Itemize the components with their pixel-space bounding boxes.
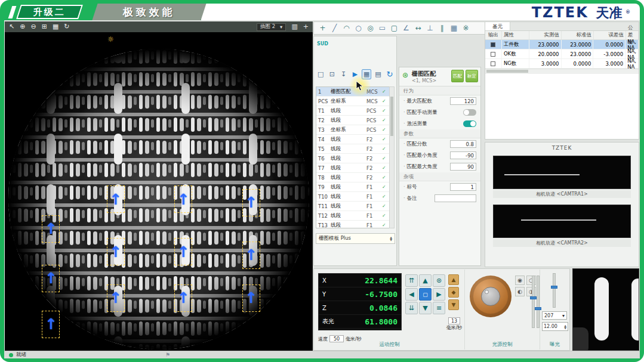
report-icon[interactable]: ▤ xyxy=(373,69,383,79)
measure-row[interactable]: T4线段F2✓ xyxy=(316,135,389,144)
measure-row[interactable]: T11线段F1✓ xyxy=(316,202,389,211)
angle-tool-icon[interactable]: ∠ xyxy=(402,24,411,32)
jog-right-button[interactable]: ▶ xyxy=(433,288,445,301)
measure-row[interactable]: T8线段F2✓ xyxy=(316,173,389,182)
measure-row[interactable]: T5线段F2✓ xyxy=(316,144,389,154)
refresh-view-icon[interactable]: ↻ xyxy=(64,21,69,32)
status-dot-icon xyxy=(9,353,13,357)
calibrate-button[interactable]: 标定 xyxy=(466,70,478,82)
jog-wheel-handle[interactable] xyxy=(485,290,489,294)
jog-down-button[interactable]: ▼ xyxy=(419,302,432,314)
measure-row[interactable]: T7线段F2✓ xyxy=(316,163,389,173)
rectangle-tool-icon[interactable]: ▭ xyxy=(378,24,387,32)
measure-row[interactable]: T13线段F1✓ xyxy=(316,221,389,228)
measure-row[interactable]: T12线段F1✓ xyxy=(316,211,389,221)
jog-up-fast-button[interactable]: ⇈ xyxy=(405,274,418,287)
slider-thumb[interactable] xyxy=(530,296,537,299)
match-annotation: ↑ xyxy=(42,215,60,243)
exposure-spinner[interactable]: 12.00 ▲▼ xyxy=(542,322,568,331)
property-row: 最大匹配数120 xyxy=(399,95,480,107)
jog-up-button[interactable]: ▲ xyxy=(419,274,432,287)
slider-thumb[interactable] xyxy=(551,286,557,289)
pattern-match-tool-icon[interactable]: ▦ xyxy=(449,24,458,32)
jog-speed-button[interactable]: ≡ xyxy=(433,302,445,314)
max-match-count-input[interactable]: 120 xyxy=(450,97,476,105)
aux-up-button[interactable]: ▲ xyxy=(448,274,459,285)
add-measure-icon[interactable]: □ xyxy=(316,69,325,79)
aux-mid-button[interactable]: ◆ xyxy=(448,287,459,298)
manual-measure-toggle[interactable] xyxy=(463,109,476,116)
table-row[interactable]: 工件数23.000023.00000.0000NA, NA xyxy=(485,40,639,49)
point-tool-icon[interactable]: + xyxy=(318,24,327,32)
light-slider-1[interactable] xyxy=(532,276,535,328)
property-row: 标号1 xyxy=(399,181,480,193)
camera-viewport[interactable]: ↑↑↑↑↑↑↑↑↑↑↑↑ ↖⊕⊖⊞▦↻插图 2▾▥+ ☼ xyxy=(5,21,313,351)
measure-row[interactable]: T1线段PCS✓ xyxy=(316,106,389,116)
match-max-angle-input[interactable]: 90 xyxy=(450,163,476,171)
table-row[interactable]: NG数3.00000.00003.0000NA, NA xyxy=(485,59,639,69)
match-score-input[interactable]: 0.8 xyxy=(450,140,476,148)
copy-measure-icon[interactable]: ⊡ xyxy=(327,69,337,79)
tab-primitives[interactable]: 基元 xyxy=(485,22,510,30)
ring-light-left-icon[interactable]: ◐ xyxy=(515,287,525,296)
fit-view-icon[interactable]: ⊞ xyxy=(42,21,47,32)
table-cell: NG数 xyxy=(502,59,529,68)
camera-toolbar: ↖⊕⊖⊞▦↻插图 2▾▥+ xyxy=(5,21,313,32)
exposure-slider[interactable] xyxy=(553,273,556,308)
circle-tool-icon[interactable]: ○ xyxy=(354,24,363,32)
jog-down-fast-button[interactable]: ⇊ xyxy=(405,302,418,314)
grid-overlay-icon[interactable]: ▦ xyxy=(53,21,58,32)
select-cursor-icon[interactable]: ↖ xyxy=(9,21,14,32)
slot-tool-icon[interactable]: ▢ xyxy=(390,24,399,32)
distance-tool-icon[interactable]: ↔ xyxy=(414,24,423,32)
zoom-out-icon[interactable]: ⊖ xyxy=(30,21,36,32)
zoom-in-icon[interactable]: ⊕ xyxy=(20,21,25,32)
jog-stop-button[interactable]: ▢ xyxy=(419,288,432,301)
measure-row[interactable]: T3坐标系PCS✓ xyxy=(316,125,389,135)
arc-tool-icon[interactable]: ◠ xyxy=(342,24,351,32)
light-slider-2[interactable] xyxy=(537,276,540,328)
light-toggle-icon[interactable]: ☼ xyxy=(107,35,114,44)
light-channel-select[interactable]: 207 ▾ xyxy=(542,311,567,320)
registered-mark: ® xyxy=(625,10,630,15)
spinner-arrows-icon[interactable]: ▲▼ xyxy=(564,324,566,329)
refresh-list-icon[interactable]: ↻ xyxy=(385,69,395,79)
jog-settings-button[interactable]: ⊛ xyxy=(433,274,445,287)
add-view-icon[interactable]: + xyxy=(303,21,309,32)
results-panel: 基元 输出属性实测值标准值误差值公差值 工件数23.000023.00000.0… xyxy=(485,21,639,140)
jog-wheel[interactable] xyxy=(470,276,511,317)
aux-down-button[interactable]: ▼ xyxy=(448,299,459,310)
scrollbar-thumb[interactable] xyxy=(390,97,393,136)
remark-input[interactable] xyxy=(435,194,476,202)
active-measure-toggle[interactable] xyxy=(463,120,476,127)
spinner-arrows-icon[interactable]: ▲▼ xyxy=(390,236,392,241)
split-view-icon[interactable]: ▥ xyxy=(291,21,297,32)
check-icon: ✓ xyxy=(382,156,389,161)
template-dropdown[interactable]: 栅图模板 Plus ▲▼ xyxy=(316,233,395,244)
label-index-input[interactable]: 1 xyxy=(450,183,476,191)
measurement-list-scrollbar[interactable] xyxy=(389,86,395,228)
save-program-icon[interactable]: ↧ xyxy=(339,69,349,79)
output-checkbox[interactable] xyxy=(491,61,495,66)
output-checkbox[interactable] xyxy=(491,42,495,47)
jog-left-button[interactable]: ◀ xyxy=(405,288,418,301)
table-row[interactable]: OK数20.000023.0000-3.0000NA, NA xyxy=(485,49,639,59)
reference-tool-icon[interactable]: ※ xyxy=(461,24,470,32)
measure-row[interactable]: T6线段F2✓ xyxy=(316,154,389,163)
camera-view-select[interactable]: 插图 2▾ xyxy=(257,23,286,31)
perpendicular-tool-icon[interactable]: ⊥ xyxy=(426,24,435,32)
concentric-circle-tool-icon[interactable]: ◎ xyxy=(366,24,375,32)
measure-row[interactable]: T9线段F1✓ xyxy=(316,182,389,192)
measure-row[interactable]: T2线段PCS✓ xyxy=(316,116,389,125)
results-hscrollbar[interactable] xyxy=(485,69,639,74)
parallel-tool-icon[interactable]: ∥ xyxy=(437,24,446,32)
ring-light-full-icon[interactable]: ◉ xyxy=(515,276,525,285)
match-button[interactable]: 匹配 xyxy=(451,70,464,82)
scrollbar-thumb[interactable] xyxy=(486,70,528,73)
measure-row[interactable]: PCS坐标系MCS✓ xyxy=(316,97,389,106)
line-tool-icon[interactable]: ╱ xyxy=(330,24,339,32)
output-checkbox[interactable] xyxy=(491,52,495,57)
aux-speed-input[interactable]: 13 xyxy=(448,317,460,324)
measure-row[interactable]: T10线段F1✓ xyxy=(316,192,389,202)
match-min-angle-input[interactable]: -90 xyxy=(450,151,476,159)
